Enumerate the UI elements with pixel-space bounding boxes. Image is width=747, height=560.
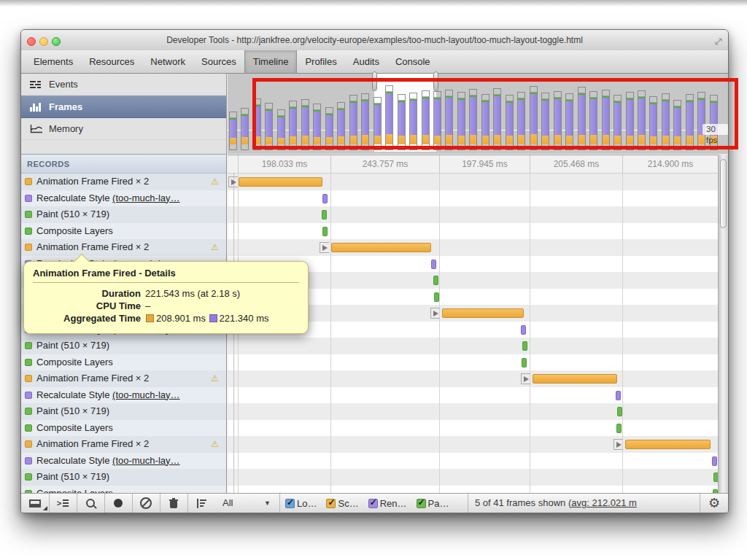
- record-row[interactable]: Composite Layers: [21, 354, 226, 371]
- animation-frame-bar[interactable]: [625, 440, 711, 449]
- summary-average-link[interactable]: avg: 212.021 m: [571, 497, 637, 508]
- grid-row-stripe: [228, 223, 728, 240]
- tab-profiles[interactable]: Profiles: [297, 50, 344, 73]
- tab-elements[interactable]: Elements: [26, 50, 81, 73]
- scripting-time: 208.901 ms: [156, 313, 206, 324]
- zoom-button[interactable]: [52, 37, 61, 46]
- tab-sources[interactable]: Sources: [193, 50, 244, 73]
- record-row[interactable]: Recalculate Style (too-much-lay…: [21, 190, 226, 207]
- duration-label: Duration: [33, 287, 145, 300]
- green-record-marker[interactable]: [434, 292, 439, 302]
- filter-checkbox-lo[interactable]: ✓Lo…: [285, 498, 317, 509]
- close-button[interactable]: [27, 37, 36, 46]
- search-button[interactable]: [80, 494, 101, 513]
- filter-checkbox-ren[interactable]: ✓Ren…: [368, 498, 407, 509]
- toolbar-separator: [700, 494, 700, 513]
- record-source-link[interactable]: (too-much-lay…: [112, 455, 179, 466]
- grid-row-stripe: [228, 338, 728, 354]
- sidebar-item-memory[interactable]: Memory: [21, 118, 226, 140]
- toolbar-separator: [77, 494, 77, 513]
- tab-console[interactable]: Console: [387, 50, 438, 73]
- record-row[interactable]: Animation Frame Fired × 2⚠: [21, 174, 226, 190]
- frame-duration-bar[interactable]: [241, 108, 249, 150]
- record-row[interactable]: Composite Layers: [21, 420, 226, 437]
- expand-arrow-icon[interactable]: [521, 373, 530, 384]
- tooltip-title: Animation Frame Fired - Details: [33, 268, 299, 283]
- purple-record-marker[interactable]: [712, 456, 717, 466]
- record-button[interactable]: [107, 494, 129, 513]
- vertical-scrollbar[interactable]: [718, 155, 728, 493]
- animation-frame-bar[interactable]: [442, 308, 524, 318]
- expand-arrow-icon[interactable]: [228, 176, 238, 187]
- record-row[interactable]: Paint (510 × 719): [21, 206, 226, 223]
- events-icon: [30, 79, 49, 90]
- filter-button[interactable]: [190, 494, 212, 513]
- green-record-marker[interactable]: [617, 407, 622, 416]
- tab-resources[interactable]: Resources: [81, 50, 142, 73]
- green-record-marker[interactable]: [522, 358, 527, 368]
- record-row[interactable]: Recalculate Style (too-much-lay…: [21, 453, 226, 470]
- record-details-tooltip: Animation Frame Fired - Details Duration…: [23, 261, 309, 334]
- purple-record-marker[interactable]: [616, 391, 621, 400]
- green-record-marker[interactable]: [322, 210, 327, 219]
- animation-frame-bar[interactable]: [331, 243, 431, 252]
- purple-record-marker[interactable]: [521, 325, 526, 335]
- toolbar-separator: [160, 494, 160, 513]
- category-dropdown[interactable]: All ▼: [215, 494, 278, 513]
- record-row[interactable]: Animation Frame Fired × 2⚠: [21, 436, 226, 453]
- filter-checkbox-pa[interactable]: ✓Pa…: [417, 498, 449, 509]
- clear-records-button[interactable]: [163, 494, 185, 513]
- minimize-button[interactable]: [39, 37, 48, 46]
- filter-label: Ren…: [380, 498, 407, 509]
- record-row[interactable]: Animation Frame Fired × 2⚠: [21, 370, 226, 387]
- gear-icon[interactable]: ⚙: [704, 494, 724, 513]
- sidebar-item-frames[interactable]: Frames: [21, 96, 226, 118]
- frames-icon: [30, 103, 49, 112]
- base-segment: [230, 144, 236, 149]
- animation-frame-bar[interactable]: [239, 177, 322, 187]
- green-record-marker[interactable]: [616, 424, 622, 433]
- green-record-marker[interactable]: [433, 276, 438, 285]
- record-label: Animation Frame Fired × 2: [36, 174, 149, 190]
- checkbox-icon: ✓: [285, 499, 295, 508]
- green-record-marker[interactable]: [322, 227, 328, 236]
- expand-arrow-icon[interactable]: [614, 439, 623, 450]
- record-row[interactable]: Composite Layers: [21, 486, 226, 494]
- paint-record-icon: [25, 211, 32, 218]
- rendering-time: 221.340 ms: [220, 313, 269, 324]
- record-row[interactable]: Composite Layers: [21, 223, 226, 240]
- record-row[interactable]: Animation Frame Fired × 2⚠: [21, 239, 226, 256]
- expand-arrow-icon[interactable]: [320, 242, 329, 253]
- tab-timeline[interactable]: Timeline: [244, 50, 298, 73]
- expand-arrow-icon[interactable]: [430, 308, 440, 319]
- comp-record-icon: [25, 359, 32, 366]
- title-bar[interactable]: Developer Tools - http://jankfree.org/ve…: [21, 30, 728, 51]
- sidebar-item-events[interactable]: Events: [21, 74, 226, 96]
- record-row[interactable]: Paint (510 × 719): [21, 403, 226, 420]
- purple-record-marker[interactable]: [322, 194, 328, 203]
- filter-checkbox-sc[interactable]: ✓Sc…: [326, 498, 358, 509]
- clear-on-block-button[interactable]: [135, 494, 157, 513]
- paint-record-icon: [25, 342, 32, 349]
- record-row[interactable]: Recalculate Style (too-much-lay…: [21, 387, 226, 404]
- filter-label: Lo…: [297, 498, 317, 509]
- animation-frame-bar[interactable]: [533, 374, 617, 384]
- sidebar-item-label: Events: [49, 79, 78, 90]
- frame-duration-bar[interactable]: [229, 112, 237, 150]
- memory-icon: [30, 124, 49, 133]
- purple-record-marker[interactable]: [431, 260, 436, 269]
- toolbar-separator: [104, 494, 105, 513]
- duration-value: 221.543 ms (at 2.18 s): [145, 287, 240, 300]
- console-drawer-button[interactable]: >: [52, 494, 74, 513]
- record-row[interactable]: Paint (510 × 719): [21, 338, 226, 354]
- scrollbar-thumb[interactable]: [720, 159, 727, 228]
- record-source-link[interactable]: (too-much-lay…: [112, 389, 179, 400]
- capture-filters: ✓Lo…✓Sc…✓Ren…✓Pa…: [285, 494, 449, 513]
- resize-icon[interactable]: [714, 36, 723, 49]
- record-row[interactable]: Paint (510 × 719): [21, 469, 226, 486]
- tab-audits[interactable]: Audits: [345, 50, 387, 73]
- scripting-segment: [230, 138, 236, 144]
- green-record-marker[interactable]: [522, 341, 527, 351]
- record-source-link[interactable]: (too-much-lay…: [112, 192, 179, 203]
- tab-network[interactable]: Network: [142, 50, 193, 73]
